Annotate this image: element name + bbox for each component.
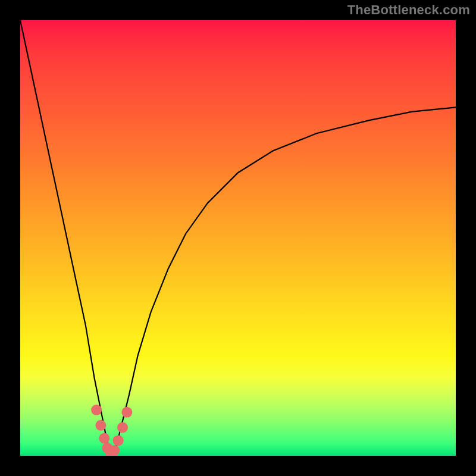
sweet-spot-marker — [113, 435, 124, 446]
marker-layer — [91, 405, 132, 456]
curve-layer — [20, 20, 456, 456]
sweet-spot-marker — [121, 407, 132, 418]
sweet-spot-marker — [91, 405, 102, 415]
sweet-spot-marker — [117, 422, 128, 433]
chart-frame: TheBottleneck.com — [0, 0, 476, 476]
sweet-spot-marker — [95, 420, 106, 431]
watermark-text: TheBottleneck.com — [347, 2, 470, 18]
plot-area — [20, 20, 456, 456]
plot-svg — [20, 20, 456, 456]
bottleneck-curve — [20, 20, 456, 456]
sweet-spot-marker — [109, 445, 120, 456]
sweet-spot-marker — [99, 433, 109, 444]
